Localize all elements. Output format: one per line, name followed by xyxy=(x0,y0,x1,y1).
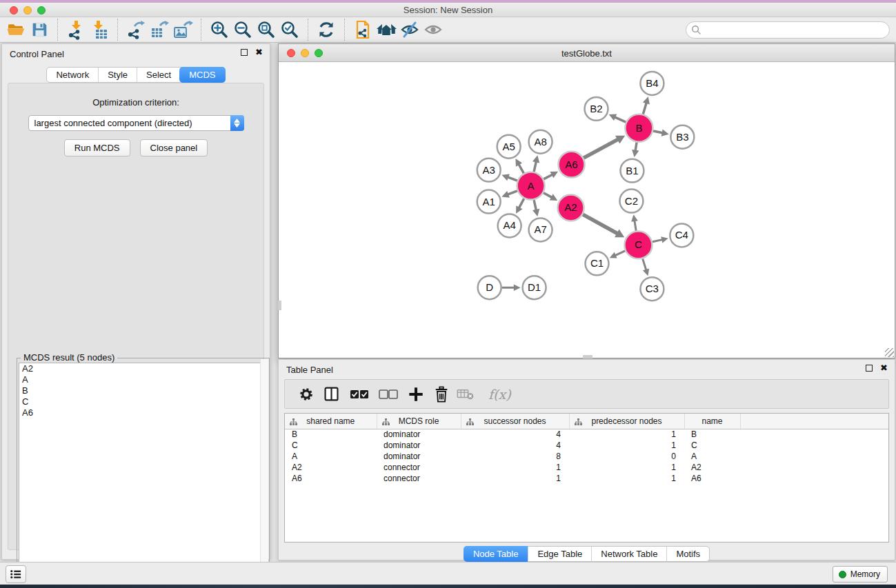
graph-edge[interactable] xyxy=(643,258,646,270)
tab-network-table[interactable]: Network Table xyxy=(591,547,666,561)
graph-edge[interactable] xyxy=(583,214,617,234)
table-cell[interactable]: connector xyxy=(377,473,461,484)
table-row[interactable]: Bdominator41B xyxy=(285,429,888,440)
table-cell[interactable]: dominator xyxy=(377,451,461,462)
tab-edge-table[interactable]: Edge Table xyxy=(528,547,591,561)
show-all-icon[interactable] xyxy=(421,19,445,41)
close-panel-icon[interactable]: ✖ xyxy=(255,49,263,56)
mcds-result-item[interactable]: A xyxy=(19,374,267,385)
window-edge-handle[interactable] xyxy=(583,355,593,358)
table-cell[interactable]: connector xyxy=(377,462,461,473)
graph-edge[interactable] xyxy=(534,200,536,210)
table-cell[interactable]: 1 xyxy=(569,429,684,440)
graph-node-A7[interactable]: A7 xyxy=(529,218,552,241)
export-network-icon[interactable] xyxy=(124,19,148,41)
zoom-in-icon[interactable] xyxy=(208,19,231,41)
delete-table-icon[interactable] xyxy=(454,383,477,405)
graph-node-A4[interactable]: A4 xyxy=(498,214,521,237)
tab-style[interactable]: Style xyxy=(98,68,137,82)
tab-motifs[interactable]: Motifs xyxy=(666,547,709,561)
graph-edge[interactable] xyxy=(534,161,536,172)
graph-edge[interactable] xyxy=(653,131,663,133)
graph-node-A8[interactable]: A8 xyxy=(529,130,552,154)
table-row[interactable]: Cdominator41C xyxy=(285,440,888,451)
table-cell[interactable]: 1 xyxy=(461,462,569,473)
open-session-icon[interactable] xyxy=(4,19,28,41)
graph-node-D[interactable]: D xyxy=(478,276,501,299)
float-panel-icon[interactable] xyxy=(241,49,248,56)
table-cell[interactable]: A6 xyxy=(684,473,740,484)
mcds-result-list[interactable]: A2ABCA6 xyxy=(19,363,268,587)
delete-columns-trash-icon[interactable] xyxy=(429,383,454,405)
table-row[interactable]: Adominator80A xyxy=(285,451,888,462)
tab-select[interactable]: Select xyxy=(137,68,180,82)
network-canvas[interactable]: B4B2BB3A8A5A6A3B1AA1C2A2A4A7C4CC1C3DD1 xyxy=(279,62,894,357)
show-task-history-button[interactable] xyxy=(6,565,26,583)
graph-edge[interactable] xyxy=(508,177,517,181)
save-session-icon[interactable] xyxy=(28,19,51,41)
memory-button[interactable]: Memory xyxy=(833,566,888,582)
table-cell[interactable]: 4 xyxy=(461,440,569,451)
table-cell[interactable]: 1 xyxy=(569,440,684,451)
mcds-result-item[interactable]: C xyxy=(19,396,267,407)
table-cell[interactable]: 1 xyxy=(569,462,684,473)
resize-grip[interactable] xyxy=(885,348,894,357)
graph-edge[interactable] xyxy=(519,199,524,208)
graph-node-B3[interactable]: B3 xyxy=(670,125,694,149)
select-all-rows-icon[interactable] xyxy=(345,383,374,405)
float-panel-icon[interactable] xyxy=(866,365,873,372)
graph-edge[interactable] xyxy=(544,174,552,179)
graph-node-A6[interactable]: A6 xyxy=(559,152,585,178)
create-new-column-icon[interactable] xyxy=(403,383,429,405)
table-cell[interactable]: B xyxy=(285,429,377,440)
list-scrollbar[interactable] xyxy=(260,359,268,587)
graph-edge[interactable] xyxy=(615,251,626,256)
graph-node-A5[interactable]: A5 xyxy=(497,135,521,159)
graph-edge[interactable] xyxy=(635,221,636,231)
graph-edge[interactable] xyxy=(643,103,646,114)
graph-node-A[interactable]: A xyxy=(517,172,545,200)
column-header-mcds-role[interactable]: MCDS role xyxy=(377,414,461,429)
table-cell[interactable]: 1 xyxy=(569,473,684,484)
table-cell[interactable]: 8 xyxy=(461,451,569,462)
graph-node-C1[interactable]: C1 xyxy=(586,252,609,275)
function-builder-icon[interactable]: f(x) xyxy=(488,387,511,402)
zoom-out-icon[interactable] xyxy=(231,19,255,41)
run-mcds-button[interactable]: Run MCDS xyxy=(64,139,130,156)
graph-edge[interactable] xyxy=(653,240,662,242)
graph-node-C2[interactable]: C2 xyxy=(619,190,643,213)
import-table-icon[interactable] xyxy=(88,19,111,41)
table-cell[interactable]: C xyxy=(684,440,740,451)
graph-node-B1[interactable]: B1 xyxy=(620,159,644,183)
mcds-result-item[interactable]: A2 xyxy=(19,363,267,374)
graph-node-B4[interactable]: B4 xyxy=(640,72,664,95)
table-cell[interactable]: A6 xyxy=(285,473,377,484)
column-header-successor-nodes[interactable]: successor nodes xyxy=(461,414,569,429)
tab-node-table[interactable]: Node Table xyxy=(464,546,528,562)
zoom-fit-icon[interactable] xyxy=(255,19,278,41)
table-row[interactable]: A6connector11A6 xyxy=(285,473,888,484)
tab-network[interactable]: Network xyxy=(47,68,98,82)
graph-node-C4[interactable]: C4 xyxy=(670,223,693,247)
graph-node-D1[interactable]: D1 xyxy=(523,276,546,299)
combo-stepper-icon[interactable] xyxy=(230,115,244,131)
window-edge-handle[interactable] xyxy=(278,301,281,310)
graph-node-C3[interactable]: C3 xyxy=(640,277,664,301)
table-cell[interactable]: C xyxy=(285,440,377,451)
network-window-title-bar[interactable]: testGlobe.txt xyxy=(279,44,895,62)
column-header-name[interactable]: name xyxy=(684,414,740,429)
deselect-all-rows-icon[interactable] xyxy=(374,383,403,405)
table-cell[interactable]: dominator xyxy=(377,440,461,451)
graph-edge[interactable] xyxy=(544,193,552,198)
zoom-selected-icon[interactable] xyxy=(278,19,301,41)
graph-node-B[interactable]: B xyxy=(625,114,653,142)
mcds-result-item[interactable]: B xyxy=(19,385,267,396)
table-cell[interactable]: 1 xyxy=(461,473,569,484)
graph-node-A2[interactable]: A2 xyxy=(558,195,584,221)
graph-edge[interactable] xyxy=(519,164,524,173)
table-cell[interactable]: 4 xyxy=(461,429,569,440)
table-cell[interactable]: A2 xyxy=(285,462,377,473)
table-cell[interactable]: A xyxy=(285,451,377,462)
table-cell[interactable]: dominator xyxy=(377,429,461,440)
first-neighbors-icon[interactable] xyxy=(375,19,398,41)
